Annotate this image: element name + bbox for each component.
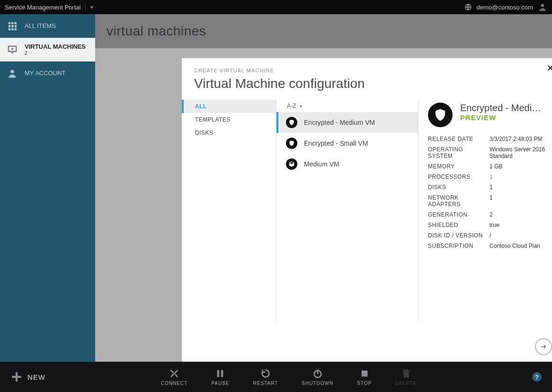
sidebar-item-all-items[interactable]: ALL ITEMS <box>0 14 95 38</box>
help-icon[interactable]: ? <box>532 372 542 382</box>
portal-name: Service Management Portal <box>5 4 80 11</box>
new-button[interactable]: NEW <box>10 371 45 383</box>
shield-icon <box>428 103 453 127</box>
monitor-icon <box>6 44 19 55</box>
svg-rect-9 <box>11 28 14 31</box>
tab-templates[interactable]: TEMPLATES <box>182 113 276 126</box>
arrow-right-icon <box>540 343 547 350</box>
content: virtual machines TION TIME 17 3:41:21 PM… <box>95 14 552 48</box>
dialog-kicker: CREATE VIRTUAL MACHINE <box>182 68 552 73</box>
template-label: Medium VM <box>304 160 339 168</box>
template-details: Encrypted - Medium … PREVIEW RELEASE DAT… <box>418 100 552 321</box>
svg-point-13 <box>11 48 13 50</box>
svg-point-1 <box>541 4 544 7</box>
svg-rect-4 <box>15 22 17 25</box>
svg-rect-24 <box>403 371 409 377</box>
svg-rect-25 <box>402 370 410 371</box>
svg-rect-7 <box>15 25 17 27</box>
stop-button[interactable]: STOP <box>357 368 372 386</box>
chevron-down-icon: ▾ <box>300 104 302 109</box>
connect-icon <box>169 368 179 379</box>
svg-rect-26 <box>405 369 408 370</box>
grid-icon <box>6 21 19 31</box>
trash-icon <box>401 368 411 379</box>
sidebar-item-virtual-machines[interactable]: VIRTUAL MACHINES 2 <box>0 38 95 61</box>
person-icon <box>6 68 19 78</box>
details-kv: RELEASE DATE3/3/2017 2:48:03 PM OPERATIN… <box>428 136 551 249</box>
page-title: virtual machines <box>107 24 541 39</box>
restart-button[interactable]: RESTART <box>253 368 278 386</box>
tab-all[interactable]: ALL <box>182 100 276 113</box>
sidebar-item-label: ALL ITEMS <box>25 23 56 29</box>
dialog-left-nav: ALL TEMPLATES DISKS <box>182 100 276 321</box>
sort-button[interactable]: A-Z ▾ <box>276 103 418 112</box>
template-label: Encrypted - Small VM <box>304 139 368 147</box>
chevron-down-icon[interactable]: ▾ <box>90 4 93 10</box>
shutdown-button[interactable]: SHUTDOWN <box>302 368 333 386</box>
restart-icon <box>260 368 271 379</box>
template-item[interactable]: Encrypted - Small VM <box>276 133 418 154</box>
globe-icon[interactable] <box>464 3 472 11</box>
svg-rect-3 <box>11 22 14 25</box>
svg-rect-23 <box>361 370 367 376</box>
create-vm-dialog: ✕ CREATE VIRTUAL MACHINE Virtual Machine… <box>182 58 552 362</box>
sidebar: ALL ITEMS VIRTUAL MACHINES 2 MY ACCOUNT <box>0 14 95 362</box>
plus-icon <box>10 371 23 383</box>
pause-button[interactable]: PAUSE <box>211 368 229 386</box>
tab-disks[interactable]: DISKS <box>182 126 276 139</box>
top-bar: Service Management Portal ▾ demo@contoso… <box>0 0 552 14</box>
shield-icon <box>286 117 297 128</box>
template-list: A-Z ▾ Encrypted - Medium VM Encrypted - … <box>276 100 418 321</box>
delete-button: DELETE <box>395 368 417 386</box>
divider <box>85 3 86 11</box>
svg-rect-18 <box>12 376 21 378</box>
bottom-toolbar: NEW CONNECT PAUSE RESTART SHUTDOWN STOP … <box>0 362 552 392</box>
svg-rect-8 <box>9 28 11 31</box>
svg-rect-19 <box>217 370 220 377</box>
sidebar-item-count: 2 <box>25 51 86 56</box>
svg-rect-10 <box>15 28 17 31</box>
svg-rect-6 <box>11 25 14 27</box>
template-item[interactable]: Medium VM <box>276 154 418 174</box>
pause-icon <box>215 368 225 379</box>
close-icon[interactable]: ✕ <box>547 63 552 73</box>
svg-rect-20 <box>221 370 223 377</box>
connect-button[interactable]: CONNECT <box>161 368 187 386</box>
stop-icon <box>359 368 370 379</box>
svg-rect-2 <box>9 22 11 25</box>
template-label: Encrypted - Medium VM <box>304 119 375 126</box>
user-email[interactable]: demo@contoso.com <box>477 4 533 11</box>
sidebar-item-my-account[interactable]: MY ACCOUNT <box>0 61 95 85</box>
svg-point-14 <box>10 70 14 73</box>
box-icon <box>286 158 297 170</box>
next-button[interactable] <box>535 338 552 355</box>
power-icon <box>312 368 323 379</box>
template-item[interactable]: Encrypted - Medium VM <box>276 112 418 133</box>
preview-badge: PREVIEW <box>460 113 545 122</box>
avatar-icon[interactable] <box>538 2 547 12</box>
svg-rect-5 <box>9 25 11 27</box>
dialog-title: Virtual Machine configuration <box>182 73 552 100</box>
toolbar-tools: CONNECT PAUSE RESTART SHUTDOWN STOP DELE… <box>161 368 417 386</box>
sidebar-item-label: MY ACCOUNT <box>25 70 65 77</box>
shield-icon <box>286 138 297 149</box>
svg-rect-12 <box>11 52 14 53</box>
details-title: Encrypted - Medium … <box>460 103 545 113</box>
sidebar-item-label: VIRTUAL MACHINES <box>25 44 86 50</box>
